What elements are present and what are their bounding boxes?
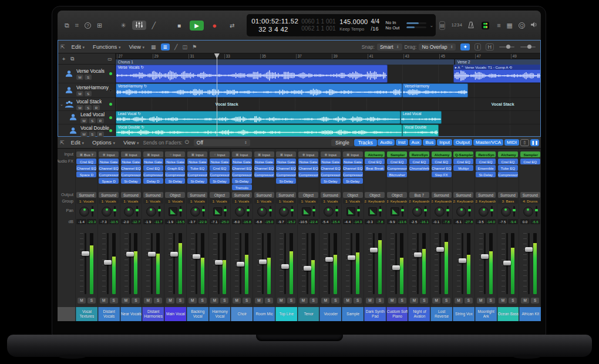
volume-db-value[interactable]: -6.8 [254,219,264,224]
track-lane[interactable] [116,98,540,111]
audio-region[interactable]: VerseHarmony ↻ [116,83,402,97]
fx-slot[interactable]: Step FX [432,171,452,177]
volume-db-value[interactable]: -1.9 [143,219,153,224]
fx-slot[interactable]: Beat Break [365,165,385,171]
output-slot[interactable]: Surround [121,192,141,198]
quick-help-icon[interactable]: Q [519,22,525,29]
power-icon[interactable]: ⏻ [185,139,189,146]
pan-control[interactable] [391,207,399,216]
fader[interactable] [231,231,253,296]
disclosure-chevron-icon[interactable]: ⌄ [60,102,65,107]
fx-slot[interactable]: Cnsl EQ [498,159,518,164]
solo-button[interactable]: S [354,298,362,304]
fader-cap[interactable] [82,251,89,256]
solo-button[interactable]: S [85,105,92,110]
input-slot[interactable]: Sampler [520,151,540,157]
fader-cap[interactable] [481,254,489,259]
list-icon[interactable]: ≡ [497,22,500,29]
group-slot[interactable]: 1: Vocals [298,198,318,204]
output-slot[interactable]: Surround [432,192,452,198]
fader-cap[interactable] [237,262,244,267]
track-name-plate[interactable]: Lost Reverse [430,307,452,321]
waveform-vzoom-icon[interactable]: I [475,43,481,50]
volume-db-value[interactable]: -7.1 [210,219,220,224]
pan-mini-slider[interactable] [447,206,449,217]
scope-single[interactable]: Single [331,139,354,146]
track-name-plate[interactable]: Moonlight Ark [475,307,497,321]
fx-slot[interactable]: Compressor [343,171,363,177]
fx-slot[interactable]: Channel EQ [321,165,341,171]
volume-db-value[interactable]: -3.7 [187,219,197,224]
group-slot[interactable]: 2: Keyboards [453,198,473,204]
fx-slot[interactable]: St-Delay [321,178,341,184]
metronome-icon[interactable] [468,22,474,29]
track-name-plate[interactable]: Distant Vocals [98,307,120,321]
filter-mastervca[interactable]: Master/VCA [473,139,503,146]
mixer-menu-edit[interactable]: Edit ▾ [71,139,85,146]
volume-db-value[interactable]: -10.5 [298,219,308,224]
mute-button[interactable]: M [78,298,86,304]
output-slot[interactable]: Surround [476,192,496,198]
input-slot[interactable]: ▣Bus 7 [76,151,96,157]
volume-db-value[interactable]: -1.4 [76,219,86,224]
volume-db-value[interactable]: -8.0 [232,219,242,224]
pan-control[interactable] [79,207,89,217]
fx-slot[interactable]: St-Delay [232,178,252,184]
stop-button[interactable]: ■ [172,21,186,31]
track-name-plate[interactable]: Room Mic [253,307,275,321]
fader-cap[interactable] [436,247,444,252]
input-slot[interactable]: Alchemy [498,151,518,157]
channel-strip[interactable]: ▣Input Noise GateChannel EQCompressorSt-… [341,149,364,321]
mute-button[interactable]: M [366,298,374,304]
mute-button[interactable]: M [76,75,83,80]
mute-button[interactable]: M [189,298,197,304]
output-slot[interactable]: Object [298,192,318,198]
mute-button[interactable]: M [210,298,218,304]
sends-area[interactable] [210,225,230,231]
fx-slot[interactable]: Noise Gate [143,159,163,164]
media-browser-icon[interactable]: ⌗ [75,22,79,29]
fx-slot[interactable]: St-Delay [187,178,207,184]
channel-strip[interactable]: Alchemy Cnsl EQBeat Break Object 2: Keyb… [364,149,386,321]
fx-slot[interactable]: Compressor [99,171,119,177]
pan-control[interactable] [324,207,334,217]
pan-control[interactable] [456,207,466,217]
pan-mini-slider[interactable] [270,206,271,217]
record-button[interactable]: R [93,105,100,110]
mute-button[interactable]: M [144,298,152,304]
vertical-zoom-slider[interactable] [499,46,514,48]
pan-mini-slider[interactable] [358,206,359,217]
fader[interactable] [453,231,475,296]
audio-region[interactable]: ▸ A ⌃ Verse Vocals: T1 - Comp A ⟲ [453,65,540,83]
solo-button[interactable]: S [398,298,406,304]
input-slot[interactable]: ▣Input [276,151,296,157]
input-slot[interactable]: ▣Input [121,151,141,157]
fx-slot[interactable]: Compressor [321,171,341,177]
input-slot[interactable]: ◉Input [298,151,318,157]
output-slot[interactable]: Surround [520,192,540,198]
fx-slot[interactable]: Compressor [276,171,296,177]
channel-strip[interactable]: ◉Input Noise GateChannel EQCompressorSt-… [319,149,341,321]
channel-strip[interactable]: ◉Input Noise GateChannel EQCompressorSpa… [97,149,120,321]
volume-db-value[interactable]: -2.0 [121,219,131,224]
help-icon[interactable]: ? [85,22,91,29]
input-slot[interactable]: ◉Input [321,151,341,157]
filter-input[interactable]: Input [437,139,452,146]
pan-mini-slider[interactable] [313,206,315,217]
channel-strip[interactable]: ▣Input Noise GateTube EQCompressorSt-Del… [186,149,208,321]
ruler[interactable]: 272931333537394143454749 [116,53,540,59]
fader-cap[interactable] [459,258,466,263]
solo-button[interactable]: S [198,298,207,304]
track-name-plate[interactable]: Tenor [298,307,319,321]
solo-button[interactable]: S [442,298,450,304]
channel-strip[interactable]: ○Input Noise GateCnsl EQCompressorSt-Del… [208,149,231,321]
fx-slot[interactable]: St-Delay [476,171,496,177]
mute-button[interactable]: M [76,91,83,96]
fx-slot[interactable]: Noise Gate [210,159,230,164]
fader[interactable] [519,231,541,296]
fx-slot[interactable]: Noise Gate [321,159,341,164]
fx-slot[interactable]: Compressor [232,171,252,177]
track-import-icon[interactable]: ⚑ [192,44,197,50]
group-slot[interactable]: 1: Vocals [276,198,296,204]
solo-button[interactable]: S [220,298,228,304]
